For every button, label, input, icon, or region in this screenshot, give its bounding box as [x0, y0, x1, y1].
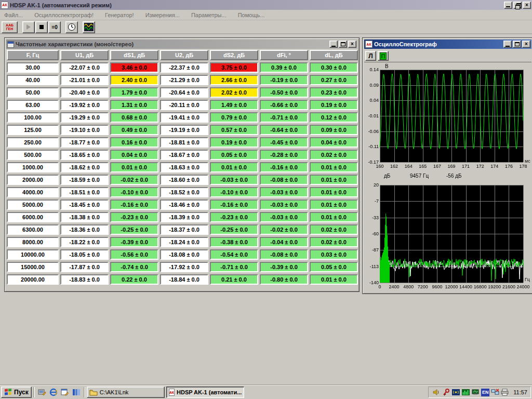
- table-cell: -0.25 ± 0.0: [110, 224, 158, 235]
- volume-icon[interactable]: [432, 388, 441, 396]
- table-cell: 6300.00: [7, 224, 59, 235]
- start-button[interactable]: Пуск: [1, 387, 32, 398]
- table-cell: -0.16 ± 0.0: [110, 200, 158, 210]
- wireless-icon[interactable]: [451, 388, 460, 396]
- timer-button[interactable]: [65, 21, 78, 33]
- table-cell: -0.71 ± 0.0: [260, 112, 308, 123]
- freq-minimize-button[interactable]: [329, 41, 338, 48]
- close-button[interactable]: ×: [523, 2, 531, 9]
- table-cell: -18.39 ± 0.0: [160, 212, 208, 222]
- channels-icon[interactable]: [71, 387, 82, 398]
- show-desktop-icon[interactable]: [36, 387, 48, 398]
- table-cell: -0.02 ± 0.0: [110, 175, 158, 185]
- table-cell: 0.03 ± 0.0: [310, 249, 358, 260]
- table-cell: -0.39 ± 0.0: [110, 237, 158, 247]
- restore-icon: [515, 3, 520, 7]
- table-cell: -18.62 ± 0.0: [60, 162, 109, 172]
- minimize-button[interactable]: [504, 2, 512, 9]
- table-cell: -18.83 ± 0.0: [60, 274, 109, 285]
- table-cell: -18.52 ± 0.0: [160, 187, 208, 197]
- table-cell: -0.23 ± 0.0: [110, 212, 158, 222]
- freq-table-window: Частотные характеристики (моно/стерео) ×…: [4, 37, 360, 292]
- app-icon: АК: [1, 2, 8, 9]
- system-tray: EN 11:57: [428, 387, 531, 398]
- freq-window-titlebar[interactable]: Частотные характеристики (моно/стерео) ×: [6, 39, 357, 49]
- table-cell: -0.19 ± 0.0: [260, 75, 308, 85]
- freq-maximize-button[interactable]: [339, 41, 347, 48]
- table-cell: -0.25 ± 0.0: [210, 224, 258, 235]
- minimize-icon: [506, 6, 510, 7]
- table-cell: 0.01 ± 0.0: [310, 274, 358, 285]
- generator-button[interactable]: ААБ ГЕН: [2, 21, 18, 33]
- table-cell: 0.16 ± 0.0: [110, 137, 158, 148]
- oscilloscope-canvas[interactable]: [364, 62, 531, 171]
- menu-help[interactable]: Помощь...: [238, 12, 265, 18]
- table-cell: 0.27 ± 0.0: [310, 75, 358, 85]
- reset-zero-button[interactable]: =0: [48, 21, 61, 33]
- play-button[interactable]: [22, 21, 35, 33]
- table-cell: 0.22 ± 0.0: [110, 274, 158, 285]
- task-button-hdsp[interactable]: АК HDSP AK-1 (автомати...: [166, 387, 244, 398]
- table-cell: -18.46 ± 0.0: [160, 200, 208, 210]
- clock-icon: [68, 23, 76, 31]
- freq-table-header: F, Гц U1, дБ dS1, дБ U2, дБ dS2, дБ dFi,…: [7, 50, 357, 60]
- printer-icon[interactable]: [500, 388, 509, 396]
- table-cell: -21.01 ± 0.0: [60, 75, 109, 85]
- language-indicator[interactable]: EN: [481, 389, 489, 396]
- spectro-close-button[interactable]: ×: [522, 41, 530, 48]
- menu-measurements[interactable]: Измерения...: [145, 12, 180, 18]
- table-cell: -0.54 ± 0.0: [210, 249, 258, 260]
- table-cell: 0.39 ± 0.0: [260, 62, 308, 73]
- network-offline-icon[interactable]: [490, 388, 499, 396]
- table-cell: 0.21 ± 0.0: [210, 274, 258, 285]
- menu-oscillospectrograph[interactable]: Осциллоспектрограф!: [34, 12, 94, 18]
- compose-icon[interactable]: [59, 387, 71, 398]
- table-cell: 3.75 ± 0.0: [210, 62, 258, 73]
- right-channel-button[interactable]: П: [378, 51, 389, 61]
- table-cell: -0.03 ± 0.0: [260, 200, 308, 210]
- start-label: Пуск: [14, 389, 29, 396]
- main-titlebar[interactable]: АК HDSP AK-1 (автоматический режим) ×: [0, 0, 532, 10]
- spectro-minimize-button[interactable]: [503, 41, 512, 48]
- menu-file[interactable]: Файл...: [4, 12, 23, 18]
- table-cell: 1000.00: [7, 162, 59, 172]
- table-cell: -18.37 ± 0.0: [160, 224, 208, 235]
- desktop: { "colors": { "green": "#7CE87C", "yello…: [0, 0, 532, 399]
- table-cell: 0.01 ± 0.0: [310, 212, 358, 222]
- table-cell: -18.65 ± 0.0: [60, 150, 109, 160]
- tweak-tool-icon[interactable]: [442, 388, 450, 396]
- freq-close-button[interactable]: ×: [348, 41, 356, 48]
- close-icon: ×: [525, 42, 528, 47]
- menu-parameters[interactable]: Параметры...: [191, 12, 227, 18]
- table-cell: -0.08 ± 0.0: [260, 249, 308, 260]
- restore-button[interactable]: [513, 2, 522, 9]
- stop-button[interactable]: [35, 21, 48, 33]
- table-cell: -18.51 ± 0.0: [60, 187, 109, 197]
- waveform-icon: [84, 23, 94, 31]
- spectrum-canvas[interactable]: [364, 171, 531, 292]
- table-cell: -0.28 ± 0.0: [260, 150, 308, 160]
- col-header-u1: U1, дБ: [60, 50, 109, 60]
- spectrograph-button[interactable]: [83, 21, 95, 33]
- spectro-maximize-button[interactable]: [513, 41, 521, 48]
- table-cell: 0.02 ± 0.0: [310, 150, 358, 160]
- table-cell: 15000.00: [7, 262, 59, 272]
- ie-icon[interactable]: [48, 387, 59, 398]
- table-cell: 0.23 ± 0.0: [310, 87, 358, 98]
- table-cell: 0.01 ± 0.0: [310, 200, 358, 210]
- equalizer-icon[interactable]: [461, 388, 470, 396]
- table-cell: -18.08 ± 0.0: [160, 249, 208, 260]
- freq-table-rows: 30.00-22.07 ± 0.03.46 ± 0.0-22.37 ± 0.03…: [7, 62, 357, 285]
- freq-window-title: Частотные характеристики (моно/стерео): [16, 41, 328, 47]
- play-icon: [26, 24, 31, 30]
- mixer-icon[interactable]: [471, 388, 480, 396]
- left-channel-button[interactable]: Л: [365, 51, 376, 61]
- table-cell: 10000.00: [7, 249, 59, 260]
- spectrograph-titlebar[interactable]: АК ОсциллоСпектрограф ×: [364, 39, 531, 49]
- folder-icon: [89, 389, 98, 396]
- clock[interactable]: 11:57: [513, 389, 527, 395]
- table-cell: 0.04 ± 0.0: [110, 150, 158, 160]
- menu-generator[interactable]: Генератор!: [105, 12, 134, 18]
- task-button-folder[interactable]: C:\AK1\Lnk: [87, 387, 165, 398]
- table-cell: 0.04 ± 0.0: [310, 137, 358, 148]
